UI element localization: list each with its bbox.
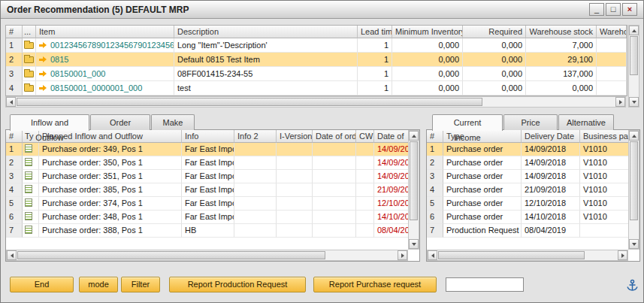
- row-number-cell[interactable]: 1: [427, 143, 443, 156]
- filter-button[interactable]: Filter: [121, 277, 160, 292]
- cw-cell[interactable]: [356, 224, 374, 238]
- info-cell[interactable]: HB: [182, 224, 234, 238]
- item-cell[interactable]: 0815: [36, 53, 174, 67]
- report-production-request-button[interactable]: Report Production Request: [169, 277, 306, 292]
- item-code[interactable]: 08150001_0000001_000: [50, 81, 142, 95]
- info2-cell[interactable]: [234, 156, 277, 170]
- tab-inflow-and-outflow[interactable]: Inflow and Outflow: [10, 114, 89, 131]
- minimum-inventory-cell[interactable]: 0,000: [392, 67, 463, 81]
- scroll-right-button[interactable]: [398, 250, 407, 260]
- income-row[interactable]: 5 Purchase order 12/10/2018 V1010: [427, 197, 639, 211]
- delivery-date-cell[interactable]: 14/09/2018: [522, 143, 580, 156]
- info2-cell[interactable]: [234, 211, 277, 224]
- inflow-row[interactable]: 6 Purchase order: 348, Pos 1 Far East Im…: [6, 211, 419, 224]
- item-row[interactable]: 4 08150001_0000001_000 test 1 0,000 0,00…: [6, 81, 627, 95]
- title-bar[interactable]: Order Recommendation (5) DEFAULT MRP _ □…: [1, 1, 643, 19]
- item-cell[interactable]: 08150001_000: [36, 67, 174, 81]
- row-number-cell[interactable]: 3: [427, 170, 443, 183]
- type-cell[interactable]: Purchase order: [443, 156, 522, 170]
- inflow-row[interactable]: 5 Purchase order: 374, Pos 1 Far East Im…: [6, 197, 419, 211]
- row-number-cell[interactable]: 5: [427, 197, 443, 211]
- delivery-date-cell[interactable]: 08/04/2019: [522, 224, 580, 238]
- folder-cell[interactable]: [23, 67, 36, 81]
- info-cell[interactable]: Far East Imports: [182, 156, 234, 170]
- required-cell[interactable]: 0,000: [463, 67, 526, 81]
- iversion-cell[interactable]: [277, 143, 313, 156]
- warehouse-stock-cell[interactable]: 29,100: [526, 53, 597, 67]
- required-cell[interactable]: 0,000: [463, 53, 526, 67]
- link-arrow-icon[interactable]: [39, 71, 47, 77]
- scrollbar-thumb[interactable]: [410, 141, 418, 220]
- close-button[interactable]: ×: [622, 3, 637, 16]
- scrollbar-thumb[interactable]: [630, 36, 638, 75]
- scroll-up-button[interactable]: [409, 131, 419, 141]
- date-of-order-cell[interactable]: [313, 211, 356, 224]
- inflow-row[interactable]: 2 Purchase order: 350, Pos 1 Far East Im…: [6, 156, 419, 170]
- row-number-cell[interactable]: 2: [427, 156, 443, 170]
- income-row[interactable]: 6 Purchase order 14/10/2018 V1010: [427, 211, 639, 224]
- iversion-cell[interactable]: [277, 224, 313, 238]
- footer-input[interactable]: [446, 277, 524, 292]
- scrollbar-thumb[interactable]: [17, 251, 325, 259]
- row-number-cell[interactable]: 3: [6, 170, 23, 183]
- tab-price[interactable]: Price: [503, 114, 558, 130]
- scrollbar-thumb[interactable]: [438, 251, 585, 259]
- lead-time-cell[interactable]: 1: [358, 81, 392, 95]
- planned-cell[interactable]: Purchase order: 388, Pos 1: [39, 224, 182, 238]
- planned-cell[interactable]: Purchase order: 350, Pos 1: [39, 156, 182, 170]
- type-cell[interactable]: [23, 183, 39, 197]
- lead-time-cell[interactable]: 1: [358, 38, 392, 53]
- link-arrow-icon[interactable]: [39, 42, 47, 49]
- planned-cell[interactable]: Purchase order: 351, Pos 1: [39, 170, 182, 183]
- link-arrow-icon[interactable]: [39, 56, 47, 63]
- info2-cell[interactable]: [234, 224, 277, 238]
- cw-cell[interactable]: [356, 143, 374, 156]
- lead-time-cell[interactable]: 1: [358, 67, 392, 81]
- required-cell[interactable]: 0,000: [463, 38, 526, 53]
- income-row[interactable]: 7 Production Request 08/04/2019: [427, 224, 639, 238]
- info2-cell[interactable]: [234, 183, 277, 197]
- type-cell[interactable]: Purchase order: [443, 170, 522, 183]
- iversion-cell[interactable]: [277, 197, 313, 211]
- inflow-hscrollbar[interactable]: [6, 250, 408, 261]
- row-number-cell[interactable]: 3: [6, 67, 23, 81]
- info2-cell[interactable]: [234, 197, 277, 211]
- items-hscrollbar[interactable]: [5, 96, 626, 108]
- warehouse-stock-2-cell[interactable]: [597, 81, 627, 95]
- minimum-inventory-cell[interactable]: 0,000: [392, 81, 463, 95]
- row-number-cell[interactable]: 4: [427, 183, 443, 197]
- inflow-row[interactable]: 3 Purchase order: 351, Pos 1 Far East Im…: [6, 170, 419, 183]
- row-number-cell[interactable]: 5: [6, 197, 23, 211]
- date-of-order-cell[interactable]: [313, 156, 356, 170]
- planned-cell[interactable]: Purchase order: 374, Pos 1: [39, 197, 182, 211]
- description-cell[interactable]: Default 0815 Test Item: [174, 53, 358, 67]
- minimum-inventory-cell[interactable]: 0,000: [392, 53, 463, 67]
- end-button[interactable]: End: [10, 277, 74, 292]
- row-number-cell[interactable]: 4: [6, 81, 23, 95]
- type-cell[interactable]: Purchase order: [443, 211, 522, 224]
- item-cell[interactable]: 08150001_0000001_000: [36, 81, 174, 95]
- type-cell[interactable]: [23, 197, 39, 211]
- item-row[interactable]: 1 00123456789012345679012345679C Long "I…: [6, 38, 627, 53]
- link-arrow-icon[interactable]: [39, 85, 47, 92]
- delivery-date-cell[interactable]: 14/10/2018: [522, 211, 580, 224]
- inflow-row-selected[interactable]: 1 Purchase order: 349, Pos 1 Far East Im…: [6, 143, 419, 156]
- date-of-order-cell[interactable]: [313, 197, 356, 211]
- required-cell[interactable]: 0,000: [463, 81, 526, 95]
- scroll-up-button[interactable]: [629, 131, 639, 141]
- description-cell[interactable]: test: [174, 81, 358, 95]
- income-row[interactable]: 3 Purchase order 14/09/2018 V1010: [427, 170, 639, 183]
- scroll-left-button[interactable]: [6, 97, 16, 107]
- inflow-vscrollbar[interactable]: [408, 130, 419, 250]
- warehouse-stock-cell[interactable]: 0,000: [526, 81, 597, 95]
- scroll-down-button[interactable]: [629, 239, 639, 249]
- scroll-down-button[interactable]: [409, 239, 419, 249]
- info-cell[interactable]: Far East Imports: [182, 197, 234, 211]
- warehouse-stock-2-cell[interactable]: [597, 67, 627, 81]
- row-number-cell[interactable]: 6: [427, 211, 443, 224]
- description-cell[interactable]: Long "Item"-'Description': [174, 38, 358, 53]
- tab-alternative[interactable]: Alternative: [558, 114, 614, 130]
- row-number-cell[interactable]: 6: [6, 211, 23, 224]
- scroll-left-button[interactable]: [7, 250, 17, 260]
- date-of-order-cell[interactable]: [313, 170, 356, 183]
